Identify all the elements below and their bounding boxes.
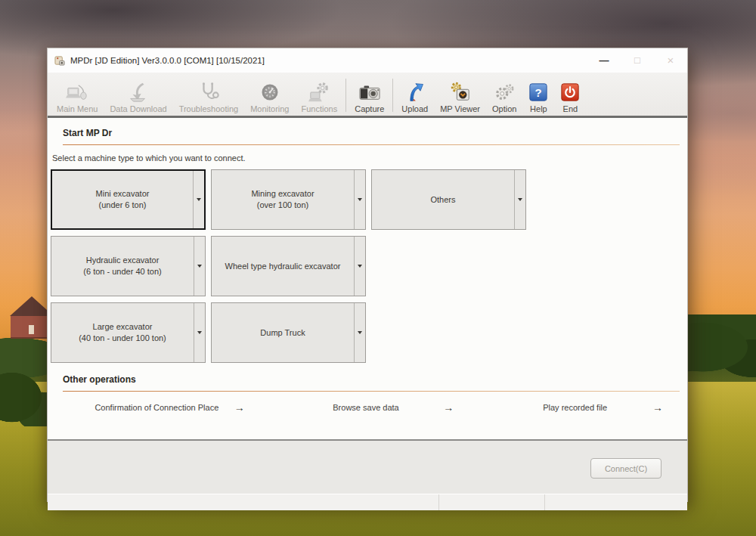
toolbar-functions[interactable]: Functions (295, 75, 343, 116)
dropdown-caret-icon (197, 330, 203, 335)
toolbar-label: MP Viewer (440, 104, 480, 113)
toolbar-separator (392, 79, 393, 112)
stethoscope-icon (197, 80, 220, 104)
machine-button-label: Wheel type hydraulic excavator (225, 261, 341, 272)
dropdown-arrow[interactable] (354, 170, 365, 229)
machine-button-label: Hydraulic excavator (86, 255, 160, 266)
page-title: Start MP Dr (63, 128, 681, 138)
arrow-right-icon: → (443, 401, 454, 414)
dropdown-caret-icon (357, 330, 363, 335)
machine-button-mini-excavator[interactable]: Mini excavator (under 6 ton) (51, 169, 206, 230)
machine-button-label: Others (430, 194, 455, 206)
connect-button[interactable]: Connect(C) (590, 458, 662, 479)
main-menu-icon (66, 80, 88, 104)
toolbar-option[interactable]: Option (486, 75, 522, 116)
status-bar (48, 494, 687, 510)
machine-button-sublabel: (6 ton - under 40 ton) (83, 266, 161, 277)
machine-button-sublabel: (under 6 ton) (99, 200, 147, 211)
machine-button-sublabel: (40 ton - under 100 ton) (79, 333, 166, 344)
instruction-text: Select a machine type to which you want … (52, 153, 681, 163)
other-operations-links: Confirmation of Connection Place → Brows… (52, 401, 680, 414)
toolbar-label: Data Download (110, 104, 166, 113)
toolbar-upload[interactable]: Upload (395, 75, 434, 116)
toolbar-mp-viewer[interactable]: MP Viewer (434, 75, 486, 116)
arrow-right-icon: → (652, 401, 663, 414)
toolbar-troubleshooting[interactable]: Troubleshooting (173, 75, 244, 116)
link-confirmation-of-connection-place[interactable]: Confirmation of Connection Place → (52, 401, 262, 414)
dropdown-caret-icon (197, 264, 203, 268)
machine-button-label: Large excavator (93, 321, 153, 333)
machine-button-label: Dump Truck (260, 327, 305, 339)
main-content: Start MP Dr Select a machine type to whi… (48, 128, 687, 439)
dropdown-caret-icon (196, 197, 202, 202)
gauge-icon (259, 80, 280, 104)
toolbar-label: Monitoring (250, 104, 289, 113)
status-cell (439, 494, 545, 510)
toolbar: Main Menu Data Download Troubleshoot (48, 73, 687, 118)
machine-button-sublabel: (over 100 ton) (257, 200, 308, 211)
toolbar-label: Upload (401, 104, 428, 113)
camera-icon (358, 80, 382, 104)
link-label: Confirmation of Connection Place (94, 403, 218, 412)
app-icon (54, 55, 66, 66)
dropdown-arrow[interactable] (194, 237, 205, 296)
dropdown-caret-icon (357, 264, 363, 268)
machine-type-grid: Mini excavator (under 6 ton) Mining exca… (51, 169, 681, 363)
toolbar-end[interactable]: End (554, 75, 586, 116)
link-play-recorded-file[interactable]: Play recorded file → (470, 401, 680, 414)
toolbar-label: End (563, 104, 578, 113)
section-divider (63, 144, 680, 145)
dropdown-caret-icon (517, 197, 523, 202)
arrow-right-icon: → (234, 401, 245, 414)
svg-text:?: ? (535, 86, 542, 98)
toolbar-capture[interactable]: Capture (349, 75, 390, 116)
other-operations-title: Other operations (63, 374, 681, 385)
gears-icon (493, 80, 516, 104)
link-label: Browse save data (333, 403, 398, 412)
window-title: MPDr [JD Edition] Ver3.0.0.0 [COM1] [10/… (70, 56, 265, 65)
machine-button-large-excavator[interactable]: Large excavator (40 ton - under 100 ton) (51, 302, 206, 363)
dropdown-arrow[interactable] (354, 303, 365, 362)
functions-gear-icon (308, 80, 330, 104)
toolbar-label: Troubleshooting (179, 104, 238, 113)
dropdown-arrow[interactable] (354, 237, 365, 296)
help-question-icon: ? (528, 80, 548, 104)
machine-button-hydraulic-excavator[interactable]: Hydraulic excavator (6 ton - under 40 to… (51, 236, 206, 296)
link-label: Play recorded file (543, 403, 607, 412)
toolbar-main-menu[interactable]: Main Menu (51, 75, 104, 116)
toolbar-label: Help (530, 104, 547, 113)
machine-button-mining-excavator[interactable]: Mining excavator (over 100 ton) (211, 169, 366, 230)
toolbar-label: Main Menu (57, 104, 98, 113)
close-button[interactable]: × (654, 48, 687, 73)
mp-viewer-icon (448, 80, 472, 104)
dropdown-arrow[interactable] (194, 303, 205, 362)
toolbar-label: Capture (355, 104, 384, 113)
machine-button-label: Mini excavator (96, 188, 150, 200)
maximize-button[interactable]: □ (621, 48, 654, 73)
machine-button-dump-truck[interactable]: Dump Truck (211, 302, 366, 363)
machine-button-wheel-type-excavator[interactable]: Wheel type hydraulic excavator (211, 236, 366, 296)
link-browse-save-data[interactable]: Browse save data → (262, 401, 471, 414)
section-divider (63, 391, 680, 392)
toolbar-separator (345, 79, 346, 112)
machine-button-label: Mining excavator (251, 188, 314, 200)
toolbar-monitoring[interactable]: Monitoring (244, 75, 295, 116)
power-icon (560, 80, 580, 104)
toolbar-data-download[interactable]: Data Download (104, 75, 172, 116)
dropdown-arrow[interactable] (514, 170, 525, 229)
status-cell (48, 494, 439, 510)
toolbar-help[interactable]: ? Help (522, 75, 554, 116)
title-bar[interactable]: MPDr [JD Edition] Ver3.0.0.0 [COM1] [10/… (48, 48, 687, 73)
upload-arrow-icon (404, 80, 426, 104)
house-door (29, 325, 34, 334)
dropdown-caret-icon (357, 197, 363, 202)
toolbar-label: Functions (301, 104, 337, 113)
bottom-panel: Connect(C) (48, 439, 687, 494)
status-cell (545, 494, 687, 510)
toolbar-label: Option (492, 104, 516, 113)
machine-button-others[interactable]: Others (371, 169, 526, 230)
app-window: MPDr [JD Edition] Ver3.0.0.0 [COM1] [10/… (47, 48, 688, 502)
data-download-icon (127, 80, 150, 104)
minimize-button[interactable]: — (587, 48, 621, 73)
dropdown-arrow[interactable] (193, 171, 204, 228)
